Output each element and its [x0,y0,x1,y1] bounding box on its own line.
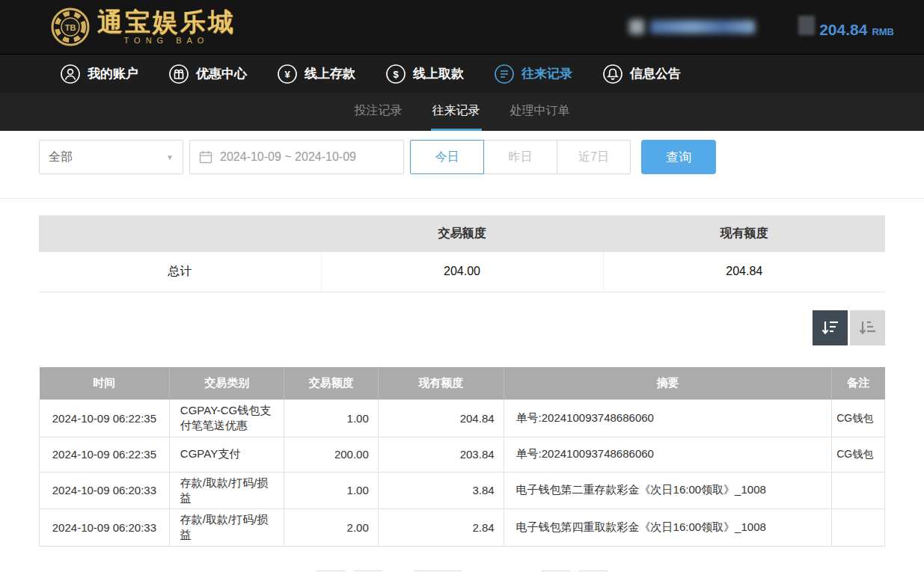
cell-amount: 200.00 [284,437,378,472]
cell-type: CGPAY支付 [169,437,284,472]
summary-header-transaction: 交易额度 [321,215,603,252]
tab-pending-orders[interactable]: 处理中订单 [509,93,572,131]
nav-label: 线上取款 [413,65,464,82]
tab-transaction-records[interactable]: 往来记录 [431,93,482,131]
summary-table: 交易额度 现有额度 总计 204.00 204.84 [39,215,885,292]
nav-label: 我的账户 [88,65,138,82]
table-row: 2024-10-09 06:20:33 存款/取款/打码/损益 1.00 3.8… [40,472,885,509]
cell-balance: 2.84 [378,509,504,547]
bell-icon [602,64,623,84]
nav-item-my-account[interactable]: 我的账户 [60,64,138,84]
summary-transaction-amount: 204.00 [321,252,603,292]
col-header-summary: 摘要 [504,367,832,400]
cell-balance: 204.84 [378,400,504,437]
cell-amount: 1.00 [284,400,378,437]
sort-ascending-button[interactable] [850,310,885,345]
logo-monogram: TB [65,23,76,32]
quick-range-yesterday[interactable]: 昨日 [483,140,557,174]
cell-note [832,509,885,547]
nav-label: 线上存款 [305,65,355,82]
table-row: 2024-10-09 06:22:35 CGPAY支付 200.00 203.8… [40,437,885,472]
svg-text:¥: ¥ [284,69,290,80]
cell-summary: 单号:202410093748686060 [504,400,832,437]
nav-item-promotions[interactable]: 优惠中心 [168,64,247,84]
quick-range-last7days[interactable]: 近7日 [557,140,631,174]
quick-range-group: 今日 昨日 近7日 [410,140,631,174]
record-tabs: 投注记录 往来记录 处理中订单 [0,93,924,131]
svg-text:$: $ [393,69,399,80]
cell-summary: 电子钱包第二重存款彩金《次日16:00领取》_1008 [504,472,832,509]
tab-betting-records[interactable]: 投注记录 [353,93,404,131]
records-icon [494,64,515,84]
summary-row: 总计 204.00 204.84 [39,252,885,292]
nav-item-online-withdraw[interactable]: $ 线上取款 [385,64,464,84]
main-navigation: 我的账户 优惠中心 ¥ 线上存款 $ 线上取款 往来记录 信息公告 [0,54,924,93]
type-select[interactable]: 全部 ▼ [39,140,183,174]
wallet-icon [798,16,815,35]
top-bar: TB 通宝娱乐城 TONG BAO 204.84 RMB [0,0,924,54]
balance-amount: 204.84 [819,21,867,39]
date-range-input[interactable]: 2024-10-09 ~ 2024-10-09 [189,140,404,174]
quick-range-today[interactable]: 今日 [410,140,484,174]
col-header-balance: 现有额度 [378,367,504,400]
table-row: 2024-10-09 06:22:35 CGPAY-CG钱包支付笔笔送优惠 1.… [40,400,885,437]
cell-balance: 203.84 [378,437,504,472]
summary-header-blank [39,215,321,252]
nav-item-announcements[interactable]: 信息公告 [602,64,681,84]
search-button[interactable]: 查询 [641,140,716,174]
cell-time: 2024-10-09 06:20:33 [40,509,170,547]
masked-username [650,20,755,34]
date-range-value: 2024-10-09 ~ 2024-10-09 [220,150,356,164]
cell-type: CGPAY-CG钱包支付笔笔送优惠 [169,400,284,437]
cell-time: 2024-10-09 06:22:35 [40,400,170,437]
nav-label: 优惠中心 [196,65,247,82]
deposit-icon: ¥ [277,64,298,84]
col-header-amount: 交易额度 [284,367,378,400]
account-balance: 204.84 RMB [798,16,894,39]
brand-subtitle: TONG BAO [97,37,236,45]
cell-amount: 1.00 [284,472,378,509]
col-header-note: 备注 [832,367,885,400]
brand-logo[interactable]: TB 通宝娱乐城 TONG BAO [51,7,236,46]
chevron-down-icon: ▼ [166,153,174,162]
balance-currency: RMB [872,26,894,37]
cell-type: 存款/取款/打码/损益 [169,509,284,547]
records-table: 时间 交易类别 交易额度 现有额度 摘要 备注 2024-10-09 06:22… [39,367,885,547]
poker-chip-icon: TB [51,7,90,46]
brand-name: 通宝娱乐城 [97,9,236,34]
gift-icon [168,64,189,84]
cell-summary: 电子钱包第四重取款彩金《次日16:00领取》_1008 [504,509,832,547]
filter-bar: 全部 ▼ 2024-10-09 ~ 2024-10-09 今日 昨日 近7日 查… [39,140,885,174]
calendar-icon [199,150,212,164]
nav-item-transaction-records[interactable]: 往来记录 [494,64,572,84]
nav-item-online-deposit[interactable]: ¥ 线上存款 [277,64,355,84]
type-select-value: 全部 [49,150,73,165]
user-badge-icon [629,19,644,34]
cell-amount: 2.00 [284,509,378,547]
summary-current-amount: 204.84 [603,252,885,292]
sort-ascending-icon [858,318,878,337]
cell-time: 2024-10-09 06:22:35 [40,437,170,472]
cell-note: CG钱包 [832,400,885,437]
cell-time: 2024-10-09 06:20:33 [40,472,170,509]
nav-label: 信息公告 [630,65,681,82]
cell-note [832,472,885,509]
cell-type: 存款/取款/打码/损益 [169,472,284,509]
cell-balance: 3.84 [378,472,504,509]
section-divider [0,198,924,199]
withdraw-icon: $ [385,64,406,84]
summary-header-current: 现有额度 [603,215,885,252]
nav-label: 往来记录 [521,65,572,82]
col-header-time: 时间 [40,367,170,400]
sort-descending-icon [821,318,840,337]
summary-total-label: 总计 [39,252,321,292]
sort-controls [39,310,885,345]
records-header-row: 时间 交易类别 交易额度 现有额度 摘要 备注 [40,367,885,400]
user-icon [60,64,81,84]
table-row: 2024-10-09 06:20:33 存款/取款/打码/损益 2.00 2.8… [40,509,885,547]
sort-descending-button[interactable] [813,310,848,345]
cell-note: CG钱包 [832,437,885,472]
col-header-type: 交易类别 [169,367,284,400]
cell-summary: 单号:202410093748686060 [504,437,832,472]
account-username-masked [629,19,755,34]
